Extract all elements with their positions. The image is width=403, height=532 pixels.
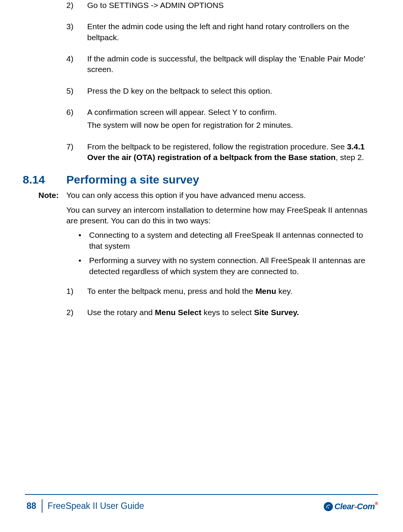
logo-a: Clear bbox=[334, 502, 354, 511]
page-number: 88 bbox=[27, 501, 36, 511]
step-text: To enter the beltpack menu, press and ho… bbox=[87, 286, 376, 297]
step-6: 6) A confirmation screen will appear. Se… bbox=[66, 107, 376, 131]
step-number: 4) bbox=[66, 53, 87, 75]
sb2-pre: Use the rotary and bbox=[87, 308, 155, 317]
step-3: 3) Enter the admin code using the left a… bbox=[66, 21, 376, 43]
step-number: 2) bbox=[66, 307, 87, 318]
step-body: Go to SETTINGS -> ADMIN OPTIONS bbox=[87, 0, 376, 11]
bullet-dot-icon: • bbox=[78, 255, 89, 277]
logo-text: Clear-Com® bbox=[334, 502, 378, 512]
sb2-b2: Site Survey. bbox=[254, 308, 299, 317]
bullet-item: • Performing a survey with no system con… bbox=[78, 255, 376, 277]
step-text: Use the rotary and Menu Select keys to s… bbox=[87, 307, 376, 318]
step-number: 5) bbox=[66, 86, 87, 96]
step-text-extra: The system will now be open for registra… bbox=[87, 120, 376, 130]
page-footer: 88 FreeSpeak II User Guide Clear-Com® bbox=[25, 494, 378, 513]
step-text: A confirmation screen will appear. Selec… bbox=[87, 107, 376, 118]
step-body: Press the D key on the beltpack to selec… bbox=[87, 86, 376, 96]
step-text: Enter the admin code using the left and … bbox=[87, 21, 376, 43]
step-b1: 1) To enter the beltpack menu, press and… bbox=[66, 286, 376, 297]
step-4: 4) If the admin code is successful, the … bbox=[66, 53, 376, 75]
step-number: 3) bbox=[66, 21, 87, 43]
step-text: Press the D key on the beltpack to selec… bbox=[87, 86, 376, 96]
bullet-text: Performing a survey with no system conne… bbox=[89, 255, 376, 277]
step-body: To enter the beltpack menu, press and ho… bbox=[87, 286, 376, 297]
bullet-item: • Connecting to a system and detecting a… bbox=[78, 230, 376, 251]
step7-post: , step 2. bbox=[336, 153, 364, 162]
step-number: 6) bbox=[66, 107, 87, 131]
intro-paragraph: You can survey an intercom installation … bbox=[66, 205, 376, 226]
step-text: Go to SETTINGS -> ADMIN OPTIONS bbox=[87, 0, 376, 11]
sb1-b1: Menu bbox=[256, 287, 276, 295]
registered-icon: ® bbox=[375, 501, 378, 506]
step-5: 5) Press the D key on the beltpack to se… bbox=[66, 86, 376, 96]
section-content: You can survey an intercom installation … bbox=[23, 205, 380, 318]
body-content: 2) Go to SETTINGS -> ADMIN OPTIONS 3) En… bbox=[23, 0, 380, 163]
step-body: Enter the admin code using the left and … bbox=[87, 21, 376, 43]
page-number-box: 88 bbox=[25, 499, 42, 513]
step-number: 2) bbox=[66, 0, 87, 11]
brand-logo: Clear-Com® bbox=[324, 502, 378, 512]
sb2-b1: Menu Select bbox=[155, 308, 202, 317]
logo-b: Com bbox=[357, 502, 375, 511]
sb1-mid: key. bbox=[276, 287, 292, 295]
bullet-text: Connecting to a system and detecting all… bbox=[89, 230, 376, 251]
svg-point-0 bbox=[328, 507, 329, 508]
note-label: Note: bbox=[23, 190, 66, 201]
step-b2: 2) Use the rotary and Menu Select keys t… bbox=[66, 307, 376, 318]
logo-mark-icon bbox=[324, 502, 333, 511]
note-text: You can only access this option if you h… bbox=[66, 190, 380, 201]
section-number: 8.14 bbox=[23, 173, 66, 186]
step-number: 7) bbox=[66, 141, 87, 163]
step-body: A confirmation screen will appear. Selec… bbox=[87, 107, 376, 131]
step-body: If the admin code is successful, the bel… bbox=[87, 53, 376, 75]
step7-pre: From the beltpack to be registered, foll… bbox=[87, 142, 347, 151]
bullet-list: • Connecting to a system and detecting a… bbox=[78, 230, 376, 276]
step-2: 2) Go to SETTINGS -> ADMIN OPTIONS bbox=[66, 0, 376, 11]
note-row: Note: You can only access this option if… bbox=[23, 190, 380, 201]
section-heading: 8.14 Performing a site survey bbox=[23, 173, 380, 186]
sb2-mid: keys to select bbox=[201, 308, 254, 317]
step-body: Use the rotary and Menu Select keys to s… bbox=[87, 307, 376, 318]
sb1-pre: To enter the beltpack menu, press and ho… bbox=[87, 287, 256, 295]
step-body: From the beltpack to be registered, foll… bbox=[87, 141, 376, 163]
step-7: 7) From the beltpack to be registered, f… bbox=[66, 141, 376, 163]
section-title: Performing a site survey bbox=[66, 173, 199, 186]
step-text: From the beltpack to be registered, foll… bbox=[87, 141, 376, 163]
step-number: 1) bbox=[66, 286, 87, 297]
bullet-dot-icon: • bbox=[78, 230, 89, 251]
guide-title: FreeSpeak II User Guide bbox=[48, 501, 144, 511]
step-text: If the admin code is successful, the bel… bbox=[87, 53, 376, 75]
